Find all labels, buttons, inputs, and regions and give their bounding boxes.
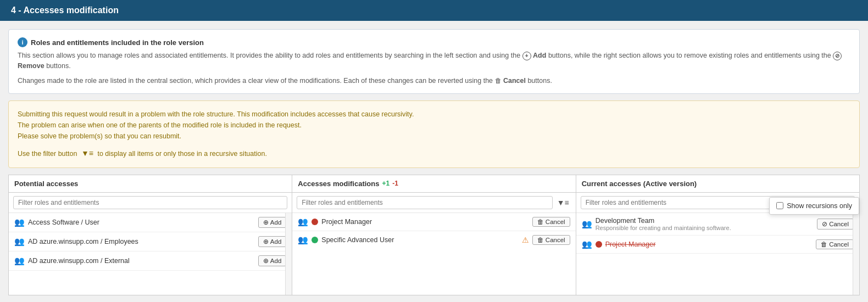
info-icon: i [18, 37, 27, 47]
filter-icon-inline: ▼≡ [81, 149, 93, 158]
accesses-modifications-header: Accesses modifications +1 -1 [292, 175, 575, 193]
status-green-icon [311, 237, 318, 243]
info-text-1: This section allows you to manage roles … [18, 51, 850, 71]
users-icon: 👥 [14, 237, 25, 247]
add-button[interactable]: ⊕ Add [258, 255, 286, 266]
show-recursions-checkbox[interactable] [776, 202, 783, 209]
potential-accesses-filter-input[interactable] [13, 196, 287, 209]
users-icon: 👥 [14, 256, 25, 266]
accesses-modifications-filter-row: ▼≡ [292, 193, 575, 213]
table-row: 👥 Project Manager 🗑 Cancel [576, 236, 859, 254]
table-row: 👥 Specific Advanced User ⚠ 🗑 Cancel [292, 231, 575, 249]
access-name: Specific Advanced User [321, 236, 519, 244]
content-area: i Roles and entitlements included in the… [0, 21, 868, 302]
potential-accesses-filter-row [9, 193, 292, 213]
potential-accesses-header: Potential accesses [9, 175, 292, 193]
table-row: 👥 Project Manager 🗑 Cancel [292, 213, 575, 231]
cancel-inline-icon: 🗑 [495, 77, 503, 85]
cancel-trash-icon: 🗑 [537, 219, 544, 225]
add-inline-icon: + [522, 52, 531, 60]
add-circle-icon: ⊕ [263, 257, 269, 265]
show-recursions-label: Show recursions only [787, 202, 852, 210]
add-circle-icon: ⊕ [263, 219, 269, 226]
access-name: Access Software / User [28, 219, 255, 226]
users-icon: 👥 [582, 239, 592, 249]
info-text-2: Changes made to the role are listed in t… [18, 76, 850, 86]
accesses-modifications-body: 👥 Project Manager 🗑 Cancel 👥 Specific Ad… [292, 213, 575, 295]
add-button[interactable]: ⊕ Add [258, 217, 286, 228]
recursion-filter-dropdown: Show recursions only [769, 197, 859, 215]
filter-toggle-button[interactable]: ▼≡ [555, 197, 571, 208]
page-title: 4 - Accesses modification [11, 5, 119, 15]
current-accesses-body: 👥 Development Team Responsible for creat… [576, 213, 859, 295]
add-button[interactable]: ⊕ Add [258, 236, 286, 247]
cancel-trash-icon: 🗑 [821, 241, 827, 248]
cancel-button[interactable]: 🗑 Cancel [532, 217, 570, 227]
current-accesses-panel: Current accesses (Active version) Show r… [576, 175, 860, 295]
current-accesses-header: Current accesses (Active version) [576, 175, 859, 193]
remove-circle-icon: ⊘ [822, 220, 827, 228]
potential-accesses-panel: Potential accesses 👥 Access Software / U… [8, 175, 292, 295]
users-icon: 👥 [582, 219, 592, 229]
scrollbar[interactable] [285, 213, 292, 295]
warning-line3: Please solve the problem(s) so that you … [18, 131, 850, 142]
accesses-modifications-title: Accesses modifications [298, 180, 379, 188]
info-box: i Roles and entitlements included in the… [8, 29, 860, 94]
badge-remove: -1 [392, 180, 398, 187]
potential-accesses-title: Potential accesses [14, 180, 78, 188]
remove-inline-icon: ⊘ [833, 52, 842, 60]
access-name: AD azure.winsupp.com / External [28, 257, 255, 265]
warning-filter-line: Use the filter button ▼≡ to display all … [18, 147, 850, 159]
warning-box: Submitting this request would result in … [8, 100, 860, 167]
users-icon: 👥 [14, 217, 25, 227]
table-row: 👥 Access Software / User ⊕ Add [9, 213, 292, 232]
potential-accesses-body: 👥 Access Software / User ⊕ Add 👥 AD azur… [9, 213, 292, 295]
info-title-text: Roles and entitlements included in the r… [31, 38, 204, 47]
access-name: Project Manager [321, 218, 529, 226]
users-icon: 👥 [298, 235, 308, 245]
status-red-icon [596, 241, 602, 248]
remove-button[interactable]: ⊘ Cancel [817, 219, 854, 230]
page-header: 4 - Accesses modification [0, 0, 868, 21]
access-name: Development Team Responsible for creatin… [596, 217, 814, 231]
status-red-icon [311, 219, 318, 225]
cancel-button[interactable]: 🗑 Cancel [816, 239, 854, 249]
users-icon: 👥 [298, 217, 308, 227]
warning-line1: Submitting this request would result in … [18, 109, 850, 120]
badge-add: +1 [382, 180, 390, 187]
access-name: AD azure.winsupp.com / Employees [28, 238, 255, 245]
table-row: 👥 Development Team Responsible for creat… [576, 213, 859, 236]
accesses-modifications-panel: Accesses modifications +1 -1 ▼≡ 👥 Projec… [292, 175, 576, 295]
scrollbar[interactable] [853, 213, 859, 295]
three-col-layout: Potential accesses 👥 Access Software / U… [8, 175, 860, 295]
warning-line2: The problem can arise when one of the pa… [18, 120, 850, 131]
add-circle-icon: ⊕ [263, 238, 269, 245]
table-row: 👥 AD azure.winsupp.com / Employees ⊕ Add [9, 232, 292, 251]
table-row: 👥 AD azure.winsupp.com / External ⊕ Add [9, 251, 292, 271]
access-name-strikethrough: Project Manager [605, 241, 813, 248]
accesses-modifications-filter-input[interactable] [297, 196, 552, 209]
cancel-button[interactable]: 🗑 Cancel [532, 235, 570, 245]
info-title: i Roles and entitlements included in the… [18, 37, 850, 47]
current-accesses-title: Current accesses (Active version) [582, 180, 697, 188]
cancel-trash-icon: 🗑 [537, 237, 544, 243]
warning-triangle-icon: ⚠ [522, 236, 529, 244]
